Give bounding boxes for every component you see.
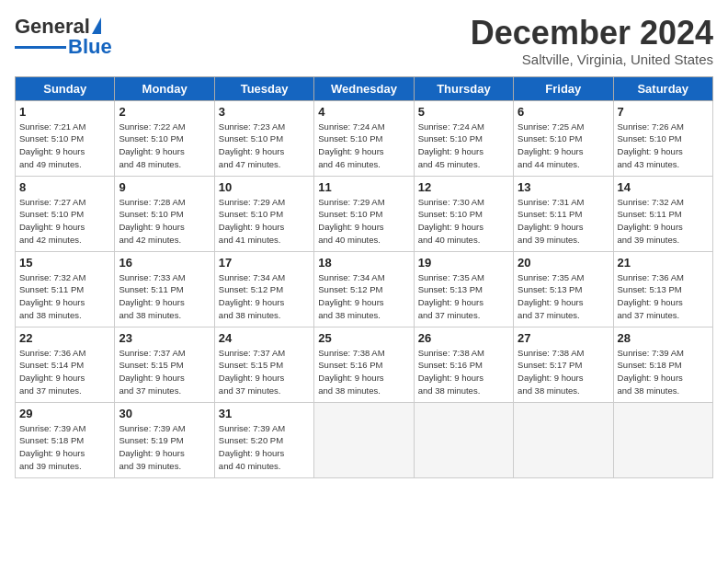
day-info: Sunrise: 7:37 AM Sunset: 5:15 PM Dayligh… bbox=[219, 347, 310, 397]
day-number: 25 bbox=[318, 331, 409, 345]
day-info: Sunrise: 7:26 AM Sunset: 5:10 PM Dayligh… bbox=[618, 121, 709, 171]
day-number: 29 bbox=[19, 407, 110, 420]
calendar-cell bbox=[414, 402, 513, 477]
header: General Blue December 2024 Saltville, Vi… bbox=[15, 15, 713, 67]
calendar-cell: 30Sunrise: 7:39 AM Sunset: 5:19 PM Dayli… bbox=[115, 402, 214, 477]
calendar-cell: 3Sunrise: 7:23 AM Sunset: 5:10 PM Daylig… bbox=[214, 100, 313, 176]
logo-underline bbox=[15, 46, 66, 49]
day-number: 18 bbox=[318, 256, 409, 270]
day-number: 14 bbox=[618, 180, 709, 194]
day-number: 16 bbox=[119, 256, 210, 270]
week-row-5: 29Sunrise: 7:39 AM Sunset: 5:18 PM Dayli… bbox=[16, 402, 713, 477]
calendar-cell: 29Sunrise: 7:39 AM Sunset: 5:18 PM Dayli… bbox=[16, 402, 115, 477]
calendar-cell: 28Sunrise: 7:39 AM Sunset: 5:18 PM Dayli… bbox=[613, 327, 712, 402]
logo: General Blue bbox=[15, 15, 112, 59]
logo-triangle-icon bbox=[92, 17, 101, 34]
day-info: Sunrise: 7:33 AM Sunset: 5:11 PM Dayligh… bbox=[119, 271, 210, 322]
day-number: 31 bbox=[219, 407, 310, 420]
calendar-cell: 20Sunrise: 7:35 AM Sunset: 5:13 PM Dayli… bbox=[514, 251, 613, 327]
day-info: Sunrise: 7:25 AM Sunset: 5:10 PM Dayligh… bbox=[518, 121, 609, 171]
calendar-cell: 16Sunrise: 7:33 AM Sunset: 5:11 PM Dayli… bbox=[115, 251, 214, 327]
day-header-wednesday: Wednesday bbox=[314, 76, 414, 100]
calendar-container: General Blue December 2024 Saltville, Vi… bbox=[0, 0, 728, 563]
day-info: Sunrise: 7:29 AM Sunset: 5:10 PM Dayligh… bbox=[219, 196, 310, 247]
day-info: Sunrise: 7:31 AM Sunset: 5:11 PM Dayligh… bbox=[518, 196, 609, 247]
day-number: 24 bbox=[219, 331, 310, 345]
day-number: 12 bbox=[418, 180, 509, 194]
calendar-cell: 27Sunrise: 7:38 AM Sunset: 5:17 PM Dayli… bbox=[514, 327, 613, 402]
calendar-cell: 1Sunrise: 7:21 AM Sunset: 5:10 PM Daylig… bbox=[16, 100, 115, 176]
day-info: Sunrise: 7:24 AM Sunset: 5:10 PM Dayligh… bbox=[318, 121, 409, 171]
calendar-cell: 15Sunrise: 7:32 AM Sunset: 5:11 PM Dayli… bbox=[16, 251, 115, 327]
calendar-cell: 26Sunrise: 7:38 AM Sunset: 5:16 PM Dayli… bbox=[414, 327, 513, 402]
day-info: Sunrise: 7:39 AM Sunset: 5:19 PM Dayligh… bbox=[119, 422, 210, 473]
day-number: 22 bbox=[19, 331, 110, 345]
day-header-friday: Friday bbox=[514, 76, 613, 100]
day-info: Sunrise: 7:35 AM Sunset: 5:13 PM Dayligh… bbox=[418, 271, 509, 322]
day-number: 8 bbox=[19, 180, 110, 194]
calendar-cell: 2Sunrise: 7:22 AM Sunset: 5:10 PM Daylig… bbox=[115, 100, 214, 176]
day-info: Sunrise: 7:38 AM Sunset: 5:17 PM Dayligh… bbox=[518, 347, 609, 397]
day-number: 19 bbox=[418, 256, 509, 270]
calendar-header-row: SundayMondayTuesdayWednesdayThursdayFrid… bbox=[16, 76, 713, 100]
day-number: 11 bbox=[318, 180, 409, 194]
day-info: Sunrise: 7:28 AM Sunset: 5:10 PM Dayligh… bbox=[119, 196, 210, 247]
location: Saltville, Virginia, United States bbox=[471, 52, 713, 67]
day-info: Sunrise: 7:38 AM Sunset: 5:16 PM Dayligh… bbox=[418, 347, 509, 397]
day-number: 20 bbox=[518, 256, 609, 270]
calendar-cell: 17Sunrise: 7:34 AM Sunset: 5:12 PM Dayli… bbox=[214, 251, 313, 327]
day-info: Sunrise: 7:35 AM Sunset: 5:13 PM Dayligh… bbox=[518, 271, 609, 322]
day-number: 21 bbox=[618, 256, 709, 270]
day-number: 7 bbox=[618, 105, 709, 119]
calendar-cell: 21Sunrise: 7:36 AM Sunset: 5:13 PM Dayli… bbox=[613, 251, 712, 327]
day-info: Sunrise: 7:34 AM Sunset: 5:12 PM Dayligh… bbox=[318, 271, 409, 322]
calendar-cell: 12Sunrise: 7:30 AM Sunset: 5:10 PM Dayli… bbox=[414, 176, 513, 251]
day-info: Sunrise: 7:23 AM Sunset: 5:10 PM Dayligh… bbox=[219, 121, 310, 171]
calendar-cell: 14Sunrise: 7:32 AM Sunset: 5:11 PM Dayli… bbox=[613, 176, 712, 251]
day-number: 27 bbox=[518, 331, 609, 345]
calendar-cell: 5Sunrise: 7:24 AM Sunset: 5:10 PM Daylig… bbox=[414, 100, 513, 176]
day-number: 3 bbox=[219, 105, 310, 119]
calendar-cell: 19Sunrise: 7:35 AM Sunset: 5:13 PM Dayli… bbox=[414, 251, 513, 327]
logo-blue: Blue bbox=[68, 35, 112, 59]
day-info: Sunrise: 7:24 AM Sunset: 5:10 PM Dayligh… bbox=[418, 121, 509, 171]
day-header-monday: Monday bbox=[115, 76, 214, 100]
calendar-cell: 25Sunrise: 7:38 AM Sunset: 5:16 PM Dayli… bbox=[314, 327, 414, 402]
calendar-cell: 31Sunrise: 7:39 AM Sunset: 5:20 PM Dayli… bbox=[214, 402, 313, 477]
day-info: Sunrise: 7:21 AM Sunset: 5:10 PM Dayligh… bbox=[19, 121, 110, 171]
week-row-1: 1Sunrise: 7:21 AM Sunset: 5:10 PM Daylig… bbox=[16, 100, 713, 176]
day-number: 30 bbox=[119, 407, 210, 420]
calendar-cell: 9Sunrise: 7:28 AM Sunset: 5:10 PM Daylig… bbox=[115, 176, 214, 251]
week-row-4: 22Sunrise: 7:36 AM Sunset: 5:14 PM Dayli… bbox=[16, 327, 713, 402]
day-info: Sunrise: 7:22 AM Sunset: 5:10 PM Dayligh… bbox=[119, 121, 210, 171]
calendar-cell: 22Sunrise: 7:36 AM Sunset: 5:14 PM Dayli… bbox=[16, 327, 115, 402]
day-info: Sunrise: 7:38 AM Sunset: 5:16 PM Dayligh… bbox=[318, 347, 409, 397]
calendar-body: 1Sunrise: 7:21 AM Sunset: 5:10 PM Daylig… bbox=[16, 100, 713, 477]
day-number: 13 bbox=[518, 180, 609, 194]
day-number: 2 bbox=[119, 105, 210, 119]
day-info: Sunrise: 7:36 AM Sunset: 5:14 PM Dayligh… bbox=[19, 347, 110, 397]
calendar-cell: 8Sunrise: 7:27 AM Sunset: 5:10 PM Daylig… bbox=[16, 176, 115, 251]
day-number: 1 bbox=[19, 105, 110, 119]
day-number: 5 bbox=[418, 105, 509, 119]
calendar-table: SundayMondayTuesdayWednesdayThursdayFrid… bbox=[15, 76, 713, 478]
day-info: Sunrise: 7:32 AM Sunset: 5:11 PM Dayligh… bbox=[19, 271, 110, 322]
month-title: December 2024 bbox=[471, 15, 713, 52]
calendar-cell bbox=[514, 402, 613, 477]
day-info: Sunrise: 7:34 AM Sunset: 5:12 PM Dayligh… bbox=[219, 271, 310, 322]
day-number: 9 bbox=[119, 180, 210, 194]
calendar-cell: 24Sunrise: 7:37 AM Sunset: 5:15 PM Dayli… bbox=[214, 327, 313, 402]
day-info: Sunrise: 7:36 AM Sunset: 5:13 PM Dayligh… bbox=[618, 271, 709, 322]
calendar-cell: 13Sunrise: 7:31 AM Sunset: 5:11 PM Dayli… bbox=[514, 176, 613, 251]
calendar-cell: 18Sunrise: 7:34 AM Sunset: 5:12 PM Dayli… bbox=[314, 251, 414, 327]
day-number: 23 bbox=[119, 331, 210, 345]
day-info: Sunrise: 7:32 AM Sunset: 5:11 PM Dayligh… bbox=[618, 196, 709, 247]
day-info: Sunrise: 7:39 AM Sunset: 5:18 PM Dayligh… bbox=[618, 347, 709, 397]
day-info: Sunrise: 7:29 AM Sunset: 5:10 PM Dayligh… bbox=[318, 196, 409, 247]
calendar-cell: 10Sunrise: 7:29 AM Sunset: 5:10 PM Dayli… bbox=[214, 176, 313, 251]
day-number: 4 bbox=[318, 105, 409, 119]
day-number: 10 bbox=[219, 180, 310, 194]
day-number: 6 bbox=[518, 105, 609, 119]
calendar-cell: 23Sunrise: 7:37 AM Sunset: 5:15 PM Dayli… bbox=[115, 327, 214, 402]
day-info: Sunrise: 7:39 AM Sunset: 5:20 PM Dayligh… bbox=[219, 422, 310, 473]
